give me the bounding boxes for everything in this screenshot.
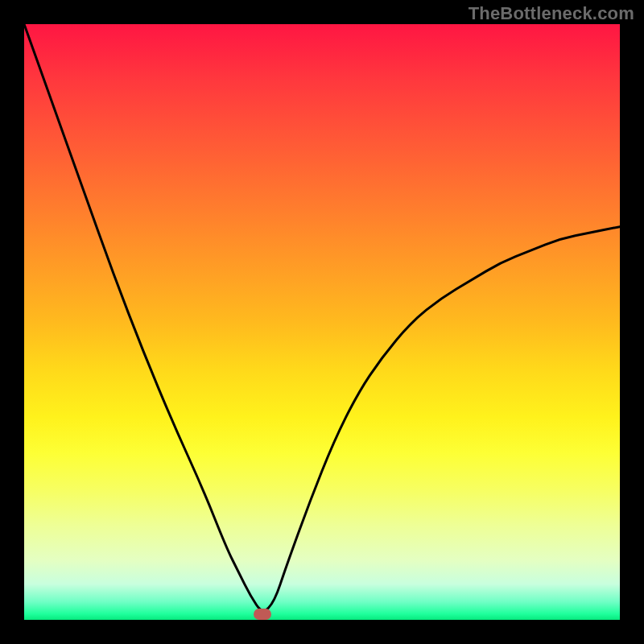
plot-area [24,24,620,620]
curve-svg [24,24,620,620]
optimal-point-marker [254,609,271,620]
watermark-text: TheBottleneck.com [469,3,634,24]
bottleneck-curve [24,24,620,610]
chart-frame: TheBottleneck.com [0,0,644,644]
